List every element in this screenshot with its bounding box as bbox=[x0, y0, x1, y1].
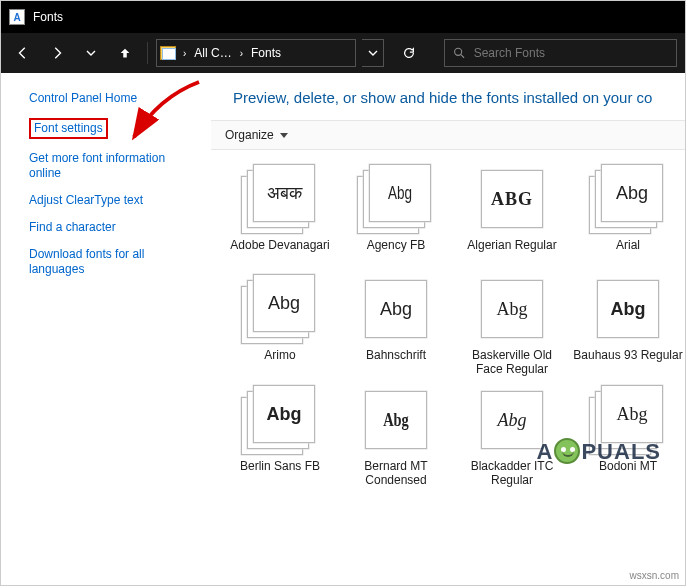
font-thumb: Abg bbox=[589, 274, 667, 344]
font-sample: Abg bbox=[616, 184, 648, 202]
font-sample: Abg bbox=[498, 411, 527, 429]
font-label: Baskerville Old Face Regular bbox=[457, 348, 567, 377]
page-title: Preview, delete, or show and hide the fo… bbox=[211, 83, 685, 120]
fonts-app-icon: A bbox=[9, 9, 25, 25]
font-label: Berlin Sans FB bbox=[240, 459, 320, 487]
font-sample: Abg bbox=[268, 294, 300, 312]
font-thumb: Abg bbox=[589, 385, 667, 455]
main-panel: Preview, delete, or show and hide the fo… bbox=[211, 73, 685, 586]
font-item[interactable]: AbgBauhaus 93 Regular bbox=[573, 274, 683, 377]
font-item[interactable]: AbgBaskerville Old Face Regular bbox=[457, 274, 567, 377]
font-item[interactable]: ABGAlgerian Regular bbox=[457, 164, 567, 266]
separator bbox=[147, 42, 148, 64]
svg-line-1 bbox=[461, 55, 464, 58]
chevron-down-icon bbox=[280, 133, 288, 138]
font-sample: Abg bbox=[497, 300, 528, 318]
font-sample: Abg bbox=[617, 405, 648, 423]
chevron-right-icon[interactable]: › bbox=[181, 48, 188, 59]
font-item[interactable]: AbgBlackadder ITC Regular bbox=[457, 385, 567, 488]
font-item[interactable]: AbgArial bbox=[573, 164, 683, 266]
recent-dropdown[interactable] bbox=[77, 39, 105, 67]
font-label: Arimo bbox=[264, 348, 295, 376]
navigation-bar: › All C… › Fonts bbox=[1, 33, 685, 73]
svg-point-0 bbox=[455, 48, 462, 55]
font-thumb: Abg bbox=[473, 385, 551, 455]
link-download-fonts[interactable]: Download fonts for all languages bbox=[29, 247, 199, 277]
search-box[interactable] bbox=[444, 39, 677, 67]
font-item[interactable]: AbgBodoni MT bbox=[573, 385, 683, 488]
sidebar: Control Panel Home Font settings Get mor… bbox=[1, 73, 211, 586]
font-label: Arial bbox=[616, 238, 640, 266]
back-button[interactable] bbox=[9, 39, 37, 67]
font-label: Bodoni MT bbox=[599, 459, 657, 487]
toolbar: Organize bbox=[211, 120, 685, 150]
font-item[interactable]: AbgBernard MT Condensed bbox=[341, 385, 451, 488]
link-more-font-info[interactable]: Get more font information online bbox=[29, 151, 199, 181]
font-thumb: ABG bbox=[473, 164, 551, 234]
window-titlebar: A Fonts bbox=[1, 1, 685, 33]
font-sample: Abg bbox=[267, 405, 302, 423]
font-item[interactable]: AbgBerlin Sans FB bbox=[225, 385, 335, 488]
search-input[interactable] bbox=[474, 46, 668, 60]
font-thumb: अबक bbox=[241, 164, 319, 234]
font-label: Bahnschrift bbox=[366, 348, 426, 376]
address-history-dropdown[interactable] bbox=[362, 39, 384, 67]
font-thumb: Abg bbox=[357, 274, 435, 344]
link-control-panel-home[interactable]: Control Panel Home bbox=[29, 91, 199, 106]
font-thumb: Abg bbox=[357, 164, 435, 234]
font-item[interactable]: AbgArimo bbox=[225, 274, 335, 377]
font-label: Agency FB bbox=[367, 238, 426, 266]
forward-button[interactable] bbox=[43, 39, 71, 67]
font-item[interactable]: AbgBahnschrift bbox=[341, 274, 451, 377]
font-thumb: Abg bbox=[241, 385, 319, 455]
font-thumb: Abg bbox=[357, 385, 435, 455]
font-item[interactable]: AbgAgency FB bbox=[341, 164, 451, 266]
breadcrumb-fonts[interactable]: Fonts bbox=[245, 46, 287, 60]
folder-icon bbox=[159, 44, 177, 62]
font-label: Algerian Regular bbox=[467, 238, 556, 266]
font-sample: Abg bbox=[388, 184, 412, 202]
font-label: Blackadder ITC Regular bbox=[457, 459, 567, 488]
organize-label: Organize bbox=[225, 128, 274, 142]
up-button[interactable] bbox=[111, 39, 139, 67]
address-bar[interactable]: › All C… › Fonts bbox=[156, 39, 356, 67]
font-sample: Abg bbox=[383, 411, 409, 429]
font-thumb: Abg bbox=[473, 274, 551, 344]
chevron-right-icon[interactable]: › bbox=[238, 48, 245, 59]
link-adjust-cleartype[interactable]: Adjust ClearType text bbox=[29, 193, 199, 208]
font-thumb: Abg bbox=[589, 164, 667, 234]
organize-menu[interactable]: Organize bbox=[225, 128, 288, 142]
window-title: Fonts bbox=[33, 10, 63, 24]
font-thumb: Abg bbox=[241, 274, 319, 344]
search-icon bbox=[453, 46, 466, 60]
font-sample: ABG bbox=[491, 190, 533, 208]
font-grid: अबकAdobe DevanagariAbgAgency FBABGAlgeri… bbox=[211, 150, 685, 498]
font-label: Bernard MT Condensed bbox=[341, 459, 451, 488]
link-font-settings[interactable]: Font settings bbox=[29, 118, 108, 139]
font-item[interactable]: अबकAdobe Devanagari bbox=[225, 164, 335, 266]
font-label: Adobe Devanagari bbox=[230, 238, 329, 266]
font-sample: Abg bbox=[380, 300, 412, 318]
font-sample: अबक bbox=[267, 184, 302, 202]
link-find-character[interactable]: Find a character bbox=[29, 220, 199, 235]
breadcrumb-allcontrol[interactable]: All C… bbox=[188, 46, 237, 60]
font-label: Bauhaus 93 Regular bbox=[573, 348, 682, 376]
refresh-button[interactable] bbox=[394, 39, 424, 67]
font-sample: Abg bbox=[611, 300, 646, 318]
